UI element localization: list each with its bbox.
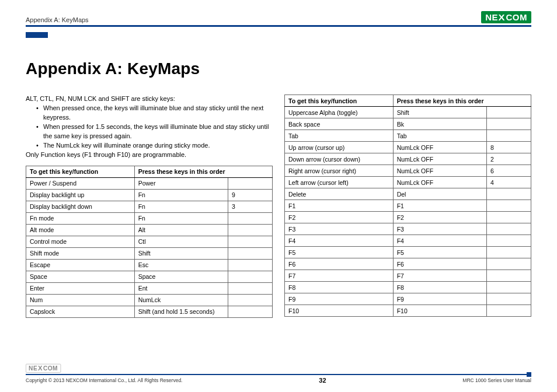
cell-key1: F6: [393, 258, 486, 270]
footer-logo: NEXCOM: [26, 362, 531, 374]
cell-key1: Bk: [393, 118, 486, 130]
cell-function: F2: [285, 212, 394, 223]
cell-function: Capslock: [26, 306, 135, 317]
intro-bullet: When pressed for 1.5 seconds, the keys w…: [36, 123, 273, 141]
cell-key1: NumLck OFF: [393, 142, 486, 153]
cell-function: Right arrow (cursor right): [285, 165, 394, 177]
section-label: Appendix A: KeyMaps: [26, 16, 89, 23]
cell-key1: NumLck OFF: [393, 153, 486, 165]
cell-key2: [487, 118, 531, 130]
table-row: F3F3: [285, 223, 531, 235]
table-row: F6F6: [285, 258, 531, 270]
table-row: Shift modeShift: [26, 247, 273, 259]
table-row: CapslockShift (and hold 1.5 seconds): [26, 306, 273, 317]
page-title: Appendix A: KeyMaps: [26, 60, 531, 78]
table-row: DeleteDel: [285, 188, 531, 200]
cell-function: Down arrow (cursor down): [285, 153, 394, 165]
cell-function: F4: [285, 235, 394, 247]
cell-function: F1: [285, 200, 394, 212]
cell-key1: Shift (and hold 1.5 seconds): [134, 306, 228, 317]
cell-function: Control mode: [26, 236, 135, 247]
cell-function: F7: [285, 270, 394, 282]
cell-key2: [228, 212, 273, 224]
cell-key1: Shift: [393, 107, 486, 118]
cell-key1: NumLck OFF: [393, 177, 486, 188]
table-row: Up arrow (cursor up)NumLck OFF8: [285, 142, 531, 153]
table-row: Back spaceBk: [285, 118, 531, 130]
cell-function: Display backlight up: [26, 189, 135, 201]
table-row: Uppercase Alpha (toggle)Shift: [285, 107, 531, 118]
cell-key1: Space: [134, 271, 228, 282]
cell-key1: Del: [393, 188, 486, 200]
cell-key2: [228, 177, 273, 189]
cell-key1: NumLck OFF: [393, 165, 486, 177]
page: Appendix A: KeyMaps NEXCOM Appendix A: K…: [0, 0, 557, 392]
cell-key1: F10: [393, 305, 486, 317]
cell-function: Tab: [285, 130, 394, 142]
cell-key1: F5: [393, 247, 486, 258]
cell-key1: F2: [393, 212, 486, 223]
cell-key1: NumLck: [134, 294, 228, 306]
table-row: F4F4: [285, 235, 531, 247]
cell-function: F5: [285, 247, 394, 258]
cell-function: Enter: [26, 282, 135, 294]
cell-key2: [228, 282, 273, 294]
cell-key2: [487, 305, 531, 317]
cell-key1: F1: [393, 200, 486, 212]
table-row: Down arrow (cursor down)NumLck OFF2: [285, 153, 531, 165]
cell-key1: Fn: [134, 189, 228, 201]
header-accent-block: [26, 32, 48, 38]
cell-function: F9: [285, 293, 394, 305]
cell-function: Space: [26, 271, 135, 282]
table-row: Right arrow (cursor right)NumLck OFF6: [285, 165, 531, 177]
cell-key1: F9: [393, 293, 486, 305]
cell-key2: 8: [487, 142, 531, 153]
intro-text: ALT, CTL, FN, NUM LCK and SHIFT are stic…: [26, 94, 273, 160]
cell-function: Power / Suspend: [26, 177, 135, 189]
table-row: TabTab: [285, 130, 531, 142]
cell-key2: [487, 293, 531, 305]
cell-key1: F7: [393, 270, 486, 282]
table-row: Control modeCtl: [26, 236, 273, 247]
table-row: F1F1: [285, 200, 531, 212]
cell-key1: Alt: [134, 224, 228, 236]
table-row: Alt modeAlt: [26, 224, 273, 236]
cell-key1: Fn: [134, 212, 228, 224]
cell-key2: [228, 306, 273, 317]
top-header: Appendix A: KeyMaps NEXCOM: [26, 10, 531, 23]
table-header-row: To get this key/function Press these key…: [285, 95, 531, 107]
cell-key2: 6: [487, 165, 531, 177]
table-row: F9F9: [285, 293, 531, 305]
cell-function: Left arrow (cursor left): [285, 177, 394, 188]
cell-key1: Ctl: [134, 236, 228, 247]
cell-key2: [228, 224, 273, 236]
cell-key1: Shift: [134, 247, 228, 259]
cell-function: F8: [285, 282, 394, 293]
cell-function: Delete: [285, 188, 394, 200]
cell-function: Display backlight down: [26, 201, 135, 212]
footer-copyright: Copyright © 2013 NEXCOM International Co…: [26, 377, 182, 383]
intro-bullet: When pressed once, the keys will illumin…: [36, 104, 273, 123]
nexcom-logo-icon: NEXCOM: [481, 11, 531, 23]
table-header-function: To get this key/function: [26, 166, 135, 177]
logo-text-x: X: [499, 12, 506, 22]
cell-function: F6: [285, 258, 394, 270]
intro-bullet: The NumLck key will illuminate orange du…: [36, 141, 273, 150]
cell-function: Shift mode: [26, 247, 135, 259]
table-row: Display backlight downFn3: [26, 201, 273, 212]
table-row: EscapeEsc: [26, 259, 273, 271]
cell-key2: [228, 259, 273, 271]
intro-tail: Only Function keys (F1 through F10) are …: [26, 150, 273, 160]
keymap-table-right: To get this key/function Press these key…: [284, 94, 531, 317]
cell-key1: Power: [134, 177, 228, 189]
table-header-keys: Press these keys in this order: [134, 166, 272, 177]
table-header-function: To get this key/function: [285, 95, 394, 107]
cell-key2: 2: [487, 153, 531, 165]
footer-page-number: 32: [319, 377, 326, 384]
left-column: ALT, CTL, FN, NUM LCK and SHIFT are stic…: [26, 94, 273, 318]
cell-key1: Esc: [134, 259, 228, 271]
table-row: F10F10: [285, 305, 531, 317]
cell-function: Num: [26, 294, 135, 306]
intro-bullets: When pressed once, the keys will illumin…: [26, 104, 273, 150]
cell-key2: [487, 223, 531, 235]
